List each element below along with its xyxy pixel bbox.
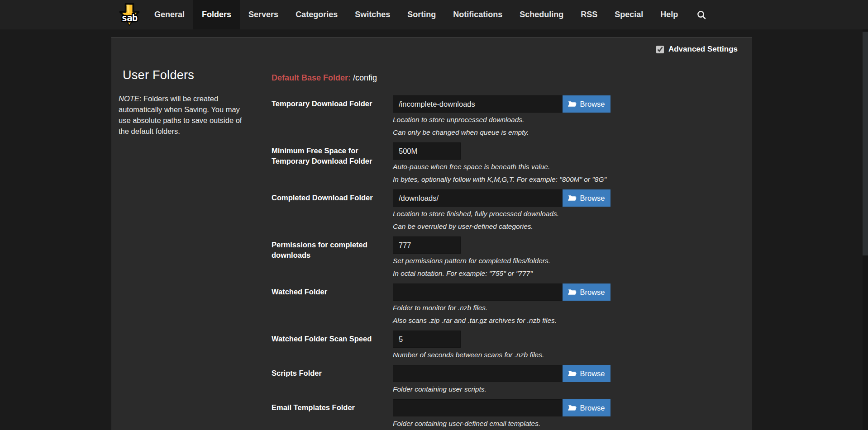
nav-list: General Folders Servers Categories Switc… <box>146 0 716 29</box>
nav-search-button[interactable] <box>687 0 716 29</box>
field-label: Minimum Free Space for Temporary Downloa… <box>272 142 393 186</box>
watched-folder-input[interactable] <box>393 284 563 301</box>
field-help: Folder containing user-defined email tem… <box>393 417 610 430</box>
nav-item-special[interactable]: Special <box>606 0 652 29</box>
field-label: Scripts Folder <box>272 365 393 396</box>
nav-item-notifications[interactable]: Notifications <box>444 0 511 29</box>
scan-speed-input[interactable] <box>393 331 461 348</box>
field-label: Watched Folder Scan Speed <box>272 331 393 361</box>
browse-button[interactable]: Browse <box>563 95 610 113</box>
browse-label: Browse <box>580 369 605 378</box>
page-title: User Folders <box>123 68 254 82</box>
permissions-input[interactable] <box>393 236 461 254</box>
browse-button[interactable]: Browse <box>563 399 610 416</box>
field-label: Watched Folder <box>272 284 393 327</box>
nav-item-servers[interactable]: Servers <box>240 0 287 29</box>
folder-open-icon <box>568 194 577 202</box>
field-label: Email Templates Folder <box>272 399 393 430</box>
nav-item-help[interactable]: Help <box>652 0 687 29</box>
row-watched-folder-scan-speed: Watched Folder Scan Speed Number of seco… <box>272 331 634 361</box>
sab-arrow-logo-icon: sab <box>117 2 142 28</box>
browse-label: Browse <box>580 194 605 203</box>
browse-label: Browse <box>580 288 605 297</box>
minimum-free-space-input[interactable] <box>393 142 461 160</box>
browse-button[interactable]: Browse <box>563 284 610 301</box>
browse-button[interactable]: Browse <box>563 365 610 382</box>
field-help: Folder to monitor for .nzb files. Also s… <box>393 302 610 327</box>
config-panel: Advanced Settings User Folders NOTE: Fol… <box>111 37 752 430</box>
field-label: Permissions for completed downloads <box>272 236 393 280</box>
page-scrollbar-thumb[interactable] <box>863 32 868 255</box>
folder-open-icon <box>568 404 577 411</box>
folder-open-icon <box>568 288 577 296</box>
default-base-folder-value: /config <box>353 73 377 82</box>
nav-item-scheduling[interactable]: Scheduling <box>511 0 572 29</box>
nav-item-rss[interactable]: RSS <box>572 0 606 29</box>
sabnzbd-logo[interactable]: sab <box>117 0 144 29</box>
top-navbar: sab General Folders Servers Categories S… <box>0 0 868 29</box>
nav-item-sorting[interactable]: Sorting <box>399 0 444 29</box>
nav-item-switches[interactable]: Switches <box>346 0 399 29</box>
field-help: Number of seconds between scans for .nzb… <box>393 349 544 361</box>
row-permissions: Permissions for completed downloads Set … <box>272 236 634 280</box>
default-base-folder-label: Default Base Folder: <box>272 73 351 82</box>
row-minimum-free-space: Minimum Free Space for Temporary Downloa… <box>272 142 634 186</box>
email-templates-folder-input[interactable] <box>393 399 563 416</box>
nav-item-categories[interactable]: Categories <box>287 0 346 29</box>
field-help: Location to store finished, fully proces… <box>393 208 610 233</box>
field-help: Set permissions pattern for completed fi… <box>393 255 550 280</box>
completed-download-folder-input[interactable] <box>393 189 563 207</box>
scripts-folder-input[interactable] <box>393 365 563 382</box>
browse-button[interactable]: Browse <box>563 189 610 207</box>
search-icon <box>696 10 706 20</box>
advanced-settings-label: Advanced Settings <box>668 45 738 54</box>
advanced-settings-checkbox[interactable] <box>656 46 664 53</box>
browse-label: Browse <box>580 404 605 412</box>
folders-form: Default Base Folder: /config Temporary D… <box>272 68 634 430</box>
nav-item-general[interactable]: General <box>146 0 193 29</box>
row-temporary-download-folder: Temporary Download Folder Browse Locatio… <box>272 95 634 139</box>
browse-label: Browse <box>580 100 605 109</box>
folder-open-icon <box>568 100 577 108</box>
advanced-settings-toggle: Advanced Settings <box>656 45 738 54</box>
field-help: Auto-pause when free space is beneath th… <box>393 161 606 186</box>
section-note: NOTE: Folders will be created automatica… <box>119 93 248 137</box>
field-label: Completed Download Folder <box>272 189 393 233</box>
row-email-templates-folder: Email Templates Folder Browse Folder con… <box>272 399 634 430</box>
note-prefix: NOTE <box>119 95 139 103</box>
field-label: Temporary Download Folder <box>272 95 393 139</box>
field-help: Folder containing user scripts. <box>393 383 610 396</box>
temporary-download-folder-input[interactable] <box>393 95 563 113</box>
row-watched-folder: Watched Folder Browse Folder to monitor … <box>272 284 634 327</box>
row-scripts-folder: Scripts Folder Browse Folder containing … <box>272 365 634 396</box>
row-completed-download-folder: Completed Download Folder Browse Locatio… <box>272 189 634 233</box>
folder-open-icon <box>568 370 577 377</box>
svg-text:sab: sab <box>122 12 138 23</box>
nav-item-folders[interactable]: Folders <box>193 0 240 29</box>
section-sidebar: User Folders NOTE: Folders will be creat… <box>119 68 254 137</box>
default-base-folder-line: Default Base Folder: /config <box>272 72 634 84</box>
field-help: Location to store unprocessed downloads.… <box>393 113 610 139</box>
